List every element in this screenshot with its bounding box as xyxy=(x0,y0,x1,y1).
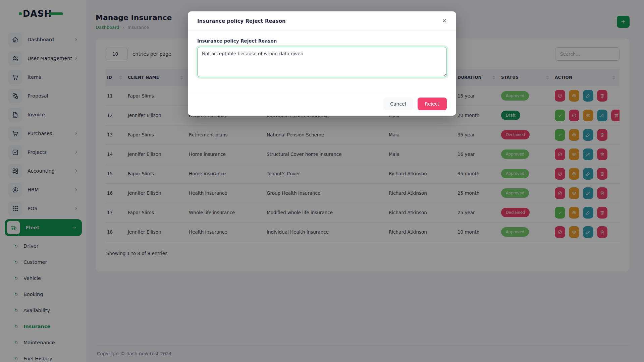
reject-button[interactable]: Reject xyxy=(418,98,447,110)
reject-reason-modal: Insurance policy Reject Reason ✕ Insuran… xyxy=(188,11,456,116)
reject-reason-textarea[interactable]: Not acceptable because of wrong data giv… xyxy=(197,47,447,77)
modal-header: Insurance policy Reject Reason ✕ xyxy=(188,11,456,31)
close-icon[interactable]: ✕ xyxy=(442,18,447,24)
reject-reason-label: Insurance policy Reject Reason xyxy=(197,38,447,44)
cancel-button[interactable]: Cancel xyxy=(383,98,413,110)
modal-footer: Cancel Reject xyxy=(188,92,456,116)
modal-title: Insurance policy Reject Reason xyxy=(197,18,286,24)
modal-body: Insurance policy Reject Reason Not accep… xyxy=(188,31,456,92)
